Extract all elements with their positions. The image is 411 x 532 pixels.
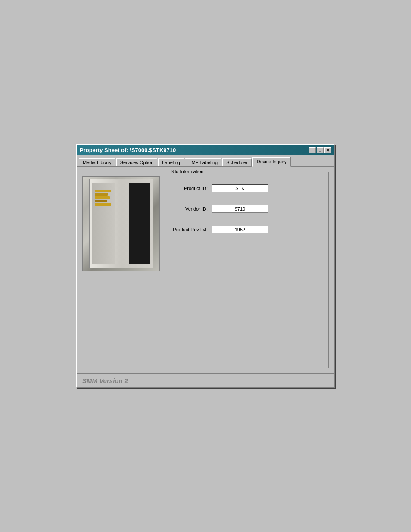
device-image [82,176,160,271]
tab-services-option[interactable]: Services Option [116,158,158,166]
tab-media-library[interactable]: Media Library [79,158,115,166]
product-rev-value: 1952 [212,226,268,233]
status-bar: SMM Version 2 [77,373,334,387]
tab-tmf-labeling[interactable]: TMF Labeling [185,158,221,166]
product-rev-label: Product Rev Lvl: [169,227,212,232]
vendor-id-label: Vendor ID: [169,206,212,212]
product-id-value: STK [212,184,268,192]
main-window: Property Sheet of: \S7000.$STK9710 _ □ ✕… [76,144,335,388]
vendor-id-row: Vendor ID: 9710 [169,205,325,213]
vendor-id-value: 9710 [212,205,268,213]
product-id-label: Product ID: [169,186,212,191]
left-panel [82,172,160,368]
window-title: Property Sheet of: \S7000.$STK9710 [80,147,176,153]
window-controls: _ □ ✕ [309,147,331,153]
silo-info-legend: Silo Information [169,169,205,174]
restore-button[interactable]: □ [317,147,324,153]
tabs-bar: Media Library Services Option Labeling T… [77,155,334,167]
minimize-button[interactable]: _ [309,147,316,153]
product-id-row: Product ID: STK [169,184,325,192]
silo-info-panel: Silo Information Product ID: STK Vendor … [165,172,329,368]
content-area: Silo Information Product ID: STK Vendor … [77,167,334,373]
tab-device-inquiry[interactable]: Device Inquiry [252,157,291,167]
tab-labeling[interactable]: Labeling [158,158,184,166]
status-text: SMM Version 2 [82,377,128,384]
tab-scheduler[interactable]: Scheduler [222,158,252,166]
close-button[interactable]: ✕ [324,147,331,153]
title-bar: Property Sheet of: \S7000.$STK9710 _ □ ✕ [77,145,334,155]
product-rev-row: Product Rev Lvl: 1952 [169,226,325,233]
